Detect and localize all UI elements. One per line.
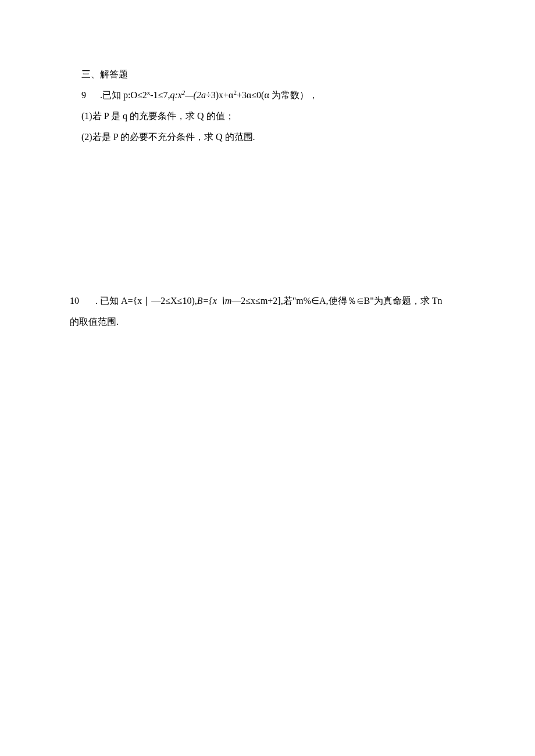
vertical-gap xyxy=(81,149,465,292)
problem-10: 10 . 已知 A={x ∣ —2≤X≤10),B={x ∖m—2≤x≤m+2]… xyxy=(70,292,465,310)
q10-line1-b: B={x ∖m xyxy=(197,296,232,306)
q9-sub2-text: (2)若是 P 的必要不充分条件，求 Q 的范围. xyxy=(81,132,255,142)
q9-sub1-text: (1)若 P 是 q 的充要条件，求 Q 的值； xyxy=(81,111,234,121)
q9-text-f: +3α≤0(α 为常数）， xyxy=(237,90,318,100)
q9-text-a: 已知 p:O≤2 xyxy=(102,90,147,100)
q9-text-c: q:x xyxy=(170,90,181,100)
problem-10-line2: 的取值范围. xyxy=(70,313,465,331)
problem-9-sub2: (2)若是 P 的必要不充分条件，求 Q 的范围. xyxy=(81,128,465,146)
problem-9: 9 .已知 p:O≤2x-1≤7,q:x2—(2a÷3)x+α2+3α≤0(α … xyxy=(81,86,465,105)
problem-9-sub1: (1)若 P 是 q 的充要条件，求 Q 的值； xyxy=(81,107,465,126)
q10-line1-c: —2≤x≤m+2],若"m%∈A,使得％∈B"为真命题，求 Tn xyxy=(231,296,442,306)
q10-line2-text: 的取值范围. xyxy=(70,317,119,327)
dot: . xyxy=(98,90,102,100)
problem-number: 9 xyxy=(81,86,98,105)
section-heading: 三、解答题 xyxy=(81,65,465,84)
dot: . xyxy=(93,296,100,306)
problem-number: 10 xyxy=(70,292,93,310)
q10-line1-a: 已知 A={x ∣ —2≤X≤10), xyxy=(100,296,197,306)
q9-text-b: -1≤7, xyxy=(150,90,170,100)
q9-text-d: —(2a÷ xyxy=(185,90,211,100)
q9-text-e: 3)x+α xyxy=(211,90,234,100)
section-heading-text: 三、解答题 xyxy=(81,69,128,79)
